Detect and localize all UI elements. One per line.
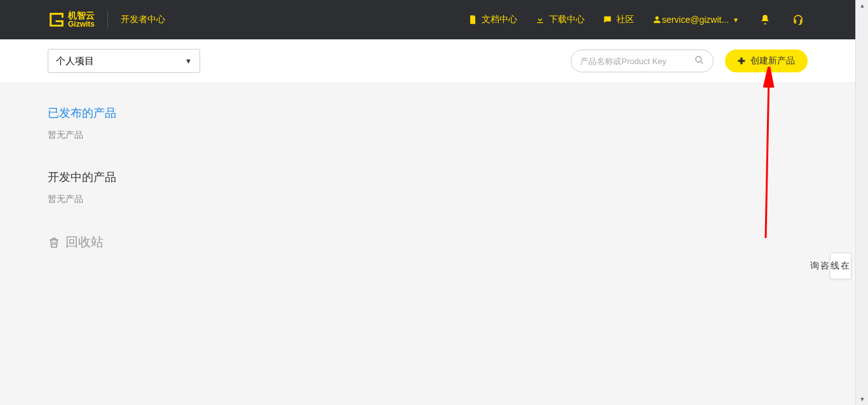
plus-icon: ✚ (738, 56, 745, 66)
gizwits-logo-icon (48, 11, 65, 29)
dropdown-caret-icon: ▼ (185, 57, 192, 65)
nav-community[interactable]: 社区 (602, 14, 634, 25)
consult-char-1: 在 (841, 260, 851, 272)
main-content: 已发布的产品 暂无产品 开发中的产品 暂无产品 回收站 (0, 83, 855, 405)
user-menu[interactable]: service@gizwit... ▼ (652, 15, 739, 25)
svg-point-0 (696, 56, 702, 62)
header-divider (107, 11, 108, 29)
top-header: 机智云 Gizwits 开发者中心 文档中心 下载中心 社区 service@g… (0, 0, 855, 39)
user-icon (652, 15, 662, 25)
nav-notifications[interactable] (759, 14, 775, 25)
nav-download-label: 下载中心 (549, 14, 585, 25)
bell-icon (759, 14, 771, 25)
caret-down-icon: ▼ (733, 17, 739, 23)
headset-icon (792, 14, 804, 25)
create-product-label: 创建新产品 (750, 55, 795, 67)
search-icon[interactable] (695, 55, 704, 67)
nav-support[interactable] (792, 14, 808, 25)
browser-scrollbar[interactable]: ▲ ▼ (855, 0, 868, 405)
nav-download[interactable]: 下载中心 (535, 14, 585, 25)
online-consult-tab[interactable]: 在 线 咨 询 (830, 253, 851, 279)
scroll-down-arrow-icon[interactable]: ▼ (856, 394, 868, 405)
logo-cn-text: 机智云 (68, 11, 95, 20)
logo-en-text: Gizwits (68, 20, 95, 29)
search-input[interactable] (580, 56, 695, 66)
consult-char-2: 线 (831, 260, 841, 272)
recycle-label: 回收站 (65, 234, 104, 251)
download-icon (535, 15, 545, 25)
nav-community-label: 社区 (616, 14, 634, 25)
toolbar: 个人项目 ▼ ✚ 创建新产品 (0, 39, 855, 83)
developing-empty-text: 暂无产品 (48, 194, 808, 205)
trash-icon (48, 236, 60, 249)
search-box[interactable] (571, 50, 714, 72)
project-select-label: 个人项目 (56, 55, 94, 67)
nav-docs[interactable]: 文档中心 (468, 14, 517, 25)
logo[interactable]: 机智云 Gizwits (48, 11, 95, 29)
nav-docs-label: 文档中心 (482, 14, 517, 25)
chat-icon (602, 15, 613, 25)
user-label: service@gizwit... (662, 15, 729, 25)
recycle-bin[interactable]: 回收站 (48, 234, 808, 251)
document-icon (468, 15, 478, 25)
published-empty-text: 暂无产品 (48, 129, 808, 141)
developing-products-title: 开发中的产品 (48, 169, 808, 185)
project-select[interactable]: 个人项目 ▼ (48, 49, 200, 73)
consult-char-3: 咨 (820, 260, 831, 272)
published-products-title: 已发布的产品 (48, 105, 808, 121)
logo-text: 机智云 Gizwits (68, 11, 95, 29)
dev-center-link[interactable]: 开发者中心 (121, 14, 165, 25)
scroll-up-arrow-icon[interactable]: ▲ (856, 0, 868, 11)
create-product-button[interactable]: ✚ 创建新产品 (725, 50, 808, 72)
consult-char-4: 询 (810, 260, 820, 272)
